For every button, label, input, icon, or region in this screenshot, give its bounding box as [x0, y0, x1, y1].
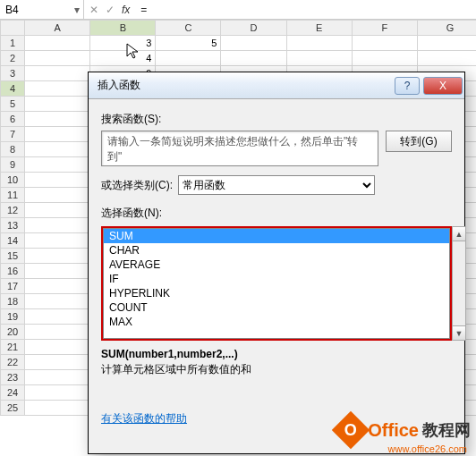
cell[interactable] [25, 66, 90, 81]
cell[interactable] [25, 51, 90, 66]
dialog-help-button[interactable]: ? [395, 77, 420, 95]
cancel-icon[interactable]: ✕ [89, 4, 98, 16]
scroll-up-icon[interactable]: ▲ [453, 227, 465, 241]
cell[interactable] [25, 112, 90, 127]
watermark-logo-icon: O [332, 411, 370, 449]
cell[interactable] [25, 233, 90, 249]
function-item[interactable]: COUNT [104, 300, 449, 315]
row-header[interactable]: 13 [1, 218, 25, 233]
cell[interactable] [25, 385, 90, 401]
col-header-C[interactable]: C [156, 21, 221, 36]
row-header[interactable]: 10 [1, 173, 25, 188]
cell[interactable] [25, 142, 90, 157]
cell[interactable] [417, 36, 476, 51]
fx-icon[interactable]: fx [122, 4, 130, 16]
category-select[interactable]: 常用函数 [178, 175, 375, 195]
search-input[interactable]: 请输入一条简短说明来描述您想做什么，然后单击"转到" [101, 131, 378, 166]
col-header-B[interactable]: B [90, 21, 156, 36]
function-item[interactable]: IF [104, 272, 449, 286]
cell-B1[interactable]: 3 [90, 36, 156, 51]
row-header[interactable]: 7 [1, 127, 25, 142]
row-header[interactable]: 20 [1, 325, 25, 340]
cell[interactable] [25, 97, 90, 112]
name-box[interactable]: B4 ▾ [0, 0, 84, 19]
cell[interactable] [221, 51, 286, 66]
row-header[interactable]: 22 [1, 355, 25, 370]
row-header[interactable]: 2 [1, 51, 25, 66]
cell[interactable] [25, 340, 90, 355]
function-description: 计算单元格区域中所有数值的和 [101, 362, 452, 377]
cell[interactable] [25, 36, 90, 51]
cell[interactable] [25, 355, 90, 370]
cell[interactable] [25, 81, 90, 97]
cell[interactable] [352, 51, 417, 66]
row-header[interactable]: 17 [1, 279, 25, 294]
row-header[interactable]: 18 [1, 294, 25, 309]
col-header-A[interactable]: A [25, 21, 90, 36]
col-header-G[interactable]: G [417, 21, 476, 36]
row-header[interactable]: 23 [1, 370, 25, 385]
cell-C1[interactable]: 5 [156, 36, 221, 51]
function-item[interactable]: AVERAGE [104, 258, 449, 272]
row-header[interactable]: 9 [1, 157, 25, 173]
cell[interactable] [25, 294, 90, 309]
function-list[interactable]: SUM CHAR AVERAGE IF HYPERLINK COUNT MAX [103, 228, 450, 339]
cell[interactable] [25, 325, 90, 340]
cell[interactable] [25, 370, 90, 385]
function-item[interactable]: MAX [104, 315, 449, 329]
row-header[interactable]: 16 [1, 264, 25, 279]
function-list-scrollbar[interactable]: ▲ ▼ [452, 226, 466, 341]
row-header[interactable]: 24 [1, 385, 25, 401]
cell[interactable] [25, 188, 90, 203]
function-item[interactable]: SUM [104, 229, 449, 243]
function-item[interactable]: CHAR [104, 243, 449, 258]
scroll-down-icon[interactable]: ▼ [453, 325, 465, 340]
cell[interactable] [25, 264, 90, 279]
cell[interactable] [352, 36, 417, 51]
row-header[interactable]: 3 [1, 66, 25, 81]
cell[interactable] [25, 157, 90, 173]
row-header[interactable]: 6 [1, 112, 25, 127]
dialog-title: 插入函数 [98, 78, 395, 93]
cell[interactable] [417, 51, 476, 66]
row-header[interactable]: 19 [1, 309, 25, 325]
go-button[interactable]: 转到(G) [386, 131, 452, 152]
cell[interactable] [156, 51, 221, 66]
row-header[interactable]: 5 [1, 97, 25, 112]
cell[interactable] [25, 218, 90, 233]
cell[interactable] [286, 36, 352, 51]
cell-B2[interactable]: 4 [90, 51, 156, 66]
row-header[interactable]: 1 [1, 36, 25, 51]
watermark: O Office 教程网 [337, 417, 471, 443]
insert-function-dialog: 插入函数 ? X 搜索函数(S): 请输入一条简短说明来描述您想做什么，然后单击… [88, 72, 465, 454]
cell[interactable] [25, 279, 90, 294]
dialog-close-button[interactable]: X [423, 77, 463, 95]
cell[interactable] [25, 203, 90, 218]
cell[interactable] [25, 127, 90, 142]
cell[interactable] [25, 249, 90, 264]
row-header[interactable]: 21 [1, 340, 25, 355]
cell[interactable] [25, 173, 90, 188]
cell[interactable] [221, 36, 286, 51]
row-header[interactable]: 11 [1, 188, 25, 203]
row-header[interactable]: 8 [1, 142, 25, 157]
watermark-url: www.office26.com [388, 443, 467, 454]
select-all-corner[interactable] [1, 21, 25, 36]
row-header[interactable]: 15 [1, 249, 25, 264]
cell[interactable] [25, 309, 90, 325]
col-header-F[interactable]: F [352, 21, 417, 36]
formula-input[interactable]: = [135, 4, 476, 16]
row-header[interactable]: 14 [1, 233, 25, 249]
col-header-D[interactable]: D [221, 21, 286, 36]
col-header-E[interactable]: E [286, 21, 352, 36]
row-header[interactable]: 25 [1, 401, 25, 416]
cell[interactable] [25, 401, 90, 416]
watermark-text: 教程网 [422, 419, 471, 441]
confirm-icon[interactable]: ✓ [106, 4, 115, 16]
row-header[interactable]: 12 [1, 203, 25, 218]
row-header[interactable]: 4 [1, 81, 25, 97]
dialog-titlebar[interactable]: 插入函数 ? X [89, 72, 464, 99]
name-box-dropdown-icon[interactable]: ▾ [74, 4, 80, 16]
function-item[interactable]: HYPERLINK [104, 286, 449, 300]
cell[interactable] [286, 51, 352, 66]
